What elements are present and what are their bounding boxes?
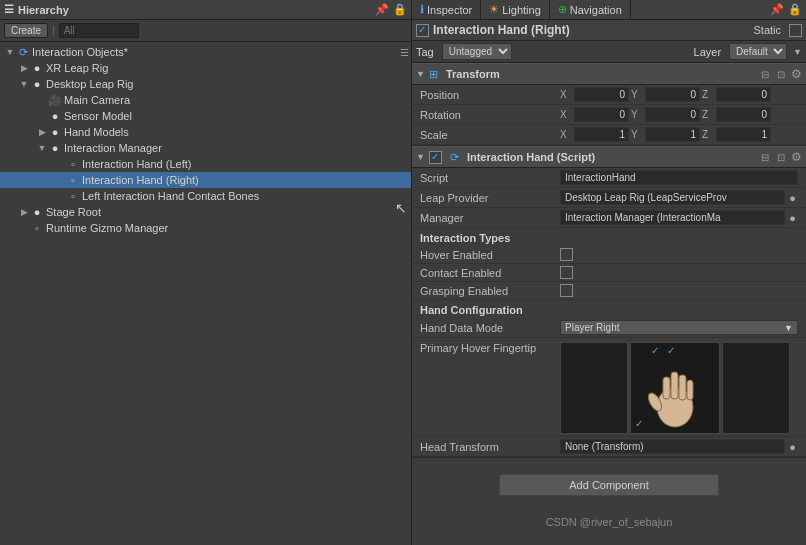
position-y-input[interactable] <box>645 87 700 102</box>
rotation-label: Rotation <box>420 109 560 121</box>
transform-action-icon1[interactable]: ⊟ <box>759 68 771 81</box>
z-label: Z <box>702 129 714 140</box>
script-action-icon2[interactable]: ⊡ <box>775 151 787 164</box>
position-label: Position <box>420 89 560 101</box>
svg-rect-5 <box>687 380 693 400</box>
position-x-input[interactable] <box>574 87 629 102</box>
tree-item-hand-models[interactable]: ▶ ● Hand Models <box>0 124 411 140</box>
position-z-input[interactable] <box>716 87 771 102</box>
hierarchy-pin-icon[interactable]: 📌 <box>375 3 389 16</box>
tree-item-interaction-hand-right[interactable]: ◦ Interaction Hand (Right) <box>0 172 411 188</box>
tree-item-contact-bones[interactable]: ◦ Left Interaction Hand Contact Bones <box>0 188 411 204</box>
dropdown-arrow-icon: ▼ <box>784 323 793 333</box>
hand-data-mode-value: Player Right ▼ <box>560 320 798 335</box>
finger-box-2[interactable] <box>722 342 790 434</box>
hierarchy-header: ☰ Hierarchy 📌 🔒 <box>0 0 411 20</box>
scale-z-input[interactable] <box>716 127 771 142</box>
rotation-z-input[interactable] <box>716 107 771 122</box>
hand-data-mode-text: Player Right <box>565 322 619 333</box>
hand-config-header: Hand Configuration <box>412 300 806 318</box>
script-header[interactable]: ▼ ⟳ Interaction Hand (Script) ⊟ ⊡ ⚙ <box>412 146 806 168</box>
layer-dropdown-icon[interactable]: ▼ <box>793 47 802 57</box>
rotation-x-input[interactable] <box>574 107 629 122</box>
tree-item-stage-root[interactable]: ▶ ● Stage Root <box>0 204 411 220</box>
contact-checkbox[interactable] <box>560 266 573 279</box>
y-label: Y <box>631 89 643 100</box>
script-body: Script Leap Provider ● Manager <box>412 168 806 458</box>
leap-provider-pick-icon[interactable]: ● <box>787 192 798 204</box>
script-expand-icon: ▼ <box>416 152 425 162</box>
transform-action-icon2[interactable]: ⊡ <box>775 68 787 81</box>
script-active-checkbox[interactable] <box>429 151 442 164</box>
pin-icon[interactable]: 📌 <box>770 3 784 16</box>
hand-data-mode-dropdown[interactable]: Player Right ▼ <box>560 320 798 335</box>
head-transform-value: ● <box>560 439 798 454</box>
arrow-icon: ▼ <box>36 143 48 153</box>
hierarchy-menu-icon[interactable]: ☰ <box>4 3 14 16</box>
leap-provider-input[interactable] <box>560 190 785 205</box>
tree-item-sensor-model[interactable]: ● Sensor Model <box>0 108 411 124</box>
transform-gear-icon[interactable]: ⚙ <box>791 67 802 81</box>
object-icon: ● <box>30 205 44 219</box>
tree-item-interaction-manager[interactable]: ▼ ● Interaction Manager <box>0 140 411 156</box>
tree-item-runtime-gizmo[interactable]: ◦ Runtime Gizmo Manager <box>0 220 411 236</box>
tag-select[interactable]: Untagged <box>442 43 512 60</box>
interaction-icon: ⟳ <box>16 45 30 59</box>
svg-rect-4 <box>679 375 686 400</box>
hierarchy-options-icon[interactable]: ☰ <box>400 47 409 58</box>
rotation-row: Rotation X Y Z <box>412 105 806 125</box>
leap-provider-label: Leap Provider <box>420 192 560 204</box>
hierarchy-lock-icon[interactable]: 🔒 <box>393 3 407 16</box>
add-component-button[interactable]: Add Component <box>499 474 719 496</box>
hover-label: Hover Enabled <box>420 249 560 261</box>
tree-item-desktop-leap-rig[interactable]: ▼ ● Desktop Leap Rig <box>0 76 411 92</box>
script-gear-icon[interactable]: ⚙ <box>791 150 802 164</box>
grasping-label: Grasping Enabled <box>420 285 560 297</box>
hierarchy-search-input[interactable] <box>59 23 139 38</box>
create-button[interactable]: Create <box>4 23 48 38</box>
layer-select[interactable]: Default <box>729 43 787 60</box>
grasping-checkbox[interactable] <box>560 284 573 297</box>
transform-expand-icon: ▼ <box>416 69 425 79</box>
tag-row: Tag Untagged Layer Default ▼ <box>412 41 806 63</box>
lock-icon[interactable]: 🔒 <box>788 3 802 16</box>
tab-navigation[interactable]: ⊕ Navigation <box>550 0 631 19</box>
tree-item-interaction-hand-left[interactable]: ◦ Interaction Hand (Left) <box>0 156 411 172</box>
scale-y-input[interactable] <box>645 127 700 142</box>
hierarchy-toolbar: Create | <box>0 20 411 42</box>
hand-data-mode-label: Hand Data Mode <box>420 322 560 334</box>
tree-item-interaction-objects[interactable]: ▼ ⟳ Interaction Objects* ☰ <box>0 44 411 60</box>
manager-input[interactable] <box>560 210 785 225</box>
tree-label: Runtime Gizmo Manager <box>46 222 168 234</box>
hierarchy-panel: ☰ Hierarchy 📌 🔒 Create | ▼ ⟳ Interaction… <box>0 0 412 545</box>
transform-label: Transform <box>446 68 500 80</box>
static-checkbox[interactable] <box>789 24 802 37</box>
check3: ✓ <box>635 418 643 429</box>
head-transform-input[interactable] <box>560 439 785 454</box>
hand-image-box[interactable]: ✓ ✓ <box>630 342 720 434</box>
hover-checkbox[interactable] <box>560 248 573 261</box>
arrow-icon: ▶ <box>18 207 30 217</box>
manager-pick-icon[interactable]: ● <box>787 212 798 224</box>
tab-lighting[interactable]: ☀ Lighting <box>481 0 550 19</box>
object-active-checkbox[interactable] <box>416 24 429 37</box>
tag-label: Tag <box>416 46 434 58</box>
finger-box-1[interactable] <box>560 342 628 434</box>
contact-enabled-row: Contact Enabled <box>412 264 806 282</box>
object-icon: ● <box>30 77 44 91</box>
transform-body: Position X Y Z Rotation X <box>412 85 806 146</box>
transform-header[interactable]: ▼ ⊞ Transform ⊟ ⊡ ⚙ <box>412 63 806 85</box>
tree-item-main-camera[interactable]: 🎥 Main Camera <box>0 92 411 108</box>
script-value-input[interactable] <box>560 170 798 185</box>
transform-icon: ⊞ <box>429 68 438 81</box>
check1: ✓ <box>651 345 659 356</box>
script-prop-label: Script <box>420 172 560 184</box>
lighting-tab-icon: ☀ <box>489 3 499 16</box>
hierarchy-title: ☰ Hierarchy <box>4 3 69 16</box>
head-transform-pick-icon[interactable]: ● <box>787 441 798 453</box>
tree-item-xr-leap-rig[interactable]: ▶ ● XR Leap Rig <box>0 60 411 76</box>
script-action-icon1[interactable]: ⊟ <box>759 151 771 164</box>
rotation-y-input[interactable] <box>645 107 700 122</box>
tab-inspector[interactable]: ℹ Inspector <box>412 0 481 19</box>
scale-x-input[interactable] <box>574 127 629 142</box>
